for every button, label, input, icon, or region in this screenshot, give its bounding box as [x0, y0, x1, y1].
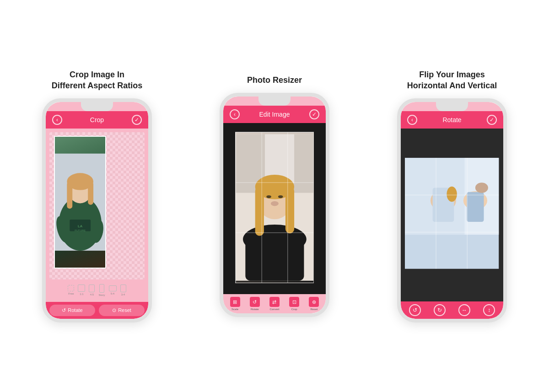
phone-header-resize: ‹ Edit Image ✓ — [223, 106, 326, 123]
phone-frame-crop: ‹ Crop ✓ — [42, 98, 152, 322]
aspect-5-4-label: 5:4 — [111, 292, 114, 295]
svg-text:LA: LA — [78, 224, 83, 228]
crop-section-title: Crop Image InDifferent Aspect Ratios — [52, 70, 142, 91]
reset-icon: ⊙ — [112, 307, 116, 313]
aspect-3-4-box — [120, 285, 126, 292]
aspect-free[interactable]: Free — [68, 285, 74, 295]
reset-label: Reset — [118, 307, 131, 313]
rotate-icon: ↺ — [62, 307, 66, 313]
phone-inner-flip: ‹ Rotate ✓ — [401, 102, 503, 319]
grid-overlay-resize — [236, 132, 314, 283]
aspect-free-box — [68, 285, 74, 291]
phone-screen-resize — [223, 123, 326, 294]
check-icon-crop: ✓ — [135, 117, 139, 123]
edit-canvas — [225, 125, 324, 290]
rotate-right-icon[interactable]: ↻ — [434, 304, 446, 316]
aspect-5-4-box — [109, 285, 117, 291]
svg-rect-4 — [67, 182, 72, 209]
check-button-crop[interactable]: ✓ — [132, 115, 142, 125]
aspect-1-1-label: 1:1 — [80, 293, 83, 295]
rotate-canvas — [403, 130, 501, 297]
header-title-resize: Edit Image — [259, 111, 290, 118]
check-button-flip[interactable]: ✓ — [487, 115, 497, 125]
crop-person-svg: LA FUTURE — [55, 137, 105, 268]
svg-point-28 — [447, 187, 457, 202]
svg-text:FUTURE: FUTURE — [75, 229, 86, 231]
phone-frame-flip: ‹ Rotate ✓ — [397, 98, 507, 322]
header-title-flip: Rotate — [442, 116, 461, 124]
reset-icon-edit: ⊛ — [309, 297, 319, 307]
flip-section-title: Flip Your ImagesHorizontal And Vertical — [407, 70, 497, 91]
crop-image: LA FUTURE — [54, 136, 106, 268]
aspect-4-5-label: 4:5 — [90, 293, 94, 296]
aspect-1-1-box — [78, 285, 85, 292]
scale-icon: ⊞ — [230, 297, 240, 307]
rotate-tool-bar: ↺ ↻ ↔ ↕ — [401, 301, 503, 319]
crop-canvas: LA FUTURE — [49, 132, 145, 279]
back-button-crop[interactable]: ‹ — [52, 115, 62, 125]
tool-convert[interactable]: ⇄ Convert — [269, 297, 280, 311]
svg-rect-5 — [88, 182, 93, 205]
reset-label-edit: Reset — [311, 308, 318, 311]
edit-photo-inner — [235, 132, 314, 283]
rotate-icon-edit: ↺ — [250, 297, 260, 307]
crop-section: Crop Image InDifferent Aspect Ratios ‹ C… — [14, 14, 180, 378]
aspect-4-5[interactable]: 4:5 — [89, 285, 95, 296]
resize-section-title: Photo Resizer — [247, 75, 302, 86]
phone-inner-crop: ‹ Crop ✓ — [46, 102, 148, 319]
resize-section: Photo Resizer ‹ Edit Image ✓ — [191, 14, 358, 378]
phone-screen-flip — [401, 129, 503, 301]
rotate-photo-inner — [405, 137, 499, 290]
reset-button[interactable]: ⊙ Reset — [99, 305, 145, 316]
check-icon-resize: ✓ — [312, 111, 317, 118]
aspect-free-label: Free — [68, 292, 74, 295]
phone-header-flip: ‹ Rotate ✓ — [401, 111, 503, 129]
app-container: Crop Image InDifferent Aspect Ratios ‹ C… — [0, 0, 549, 392]
back-icon-flip: ‹ — [411, 117, 413, 123]
phone-inner-resize: ‹ Edit Image ✓ — [223, 97, 326, 313]
phone-frame-resize: ‹ Edit Image ✓ — [220, 93, 329, 317]
aspect-3-4[interactable]: 3:4 — [120, 285, 126, 296]
crop-button-bar: ↺ Rotate ⊙ Reset — [46, 302, 148, 319]
aspect-ratio-bar: Free 1:1 4:5 Story — [67, 282, 127, 298]
tool-crop[interactable]: ⊡ Crop — [289, 297, 299, 311]
aspect-story[interactable]: Story — [98, 284, 105, 296]
svg-point-31 — [475, 183, 488, 193]
rotate-left-icon[interactable]: ↺ — [409, 304, 421, 316]
edit-tool-bar: ⊞ Scale ↺ Rotate ⇄ Convert ⊡ Crop — [223, 294, 326, 313]
tool-reset[interactable]: ⊛ Reset — [309, 297, 319, 311]
back-button-resize[interactable]: ‹ — [230, 109, 240, 119]
scale-label: Scale — [231, 308, 238, 311]
back-icon-crop: ‹ — [56, 117, 58, 123]
aspect-3-4-label: 3:4 — [121, 293, 125, 296]
back-icon-resize: ‹ — [234, 111, 236, 118]
aspect-4-5-box — [89, 285, 95, 292]
aspect-story-box — [99, 284, 104, 293]
check-button-resize[interactable]: ✓ — [309, 109, 319, 119]
tool-scale[interactable]: ⊞ Scale — [230, 297, 240, 311]
phone-screen-crop: LA FUTURE Free — [46, 129, 148, 302]
back-button-flip[interactable]: ‹ — [407, 115, 417, 125]
check-icon-flip: ✓ — [490, 117, 494, 123]
header-title-crop: Crop — [90, 116, 104, 124]
aspect-1-1[interactable]: 1:1 — [78, 285, 85, 295]
svg-rect-30 — [467, 192, 484, 222]
tool-rotate[interactable]: ↺ Rotate — [250, 297, 260, 311]
rotate-label-edit: Rotate — [251, 308, 259, 311]
rotate-button[interactable]: ↺ Rotate — [49, 305, 95, 316]
convert-label: Convert — [269, 308, 279, 311]
crop-icon-edit: ⊡ — [289, 297, 299, 307]
flip-horizontal-icon[interactable]: ↔ — [458, 304, 470, 316]
flip-section: Flip Your ImagesHorizontal And Vertical … — [369, 14, 535, 378]
convert-icon: ⇄ — [269, 297, 280, 307]
flip-photo-svg — [405, 137, 499, 290]
flip-vertical-icon[interactable]: ↕ — [483, 304, 495, 316]
aspect-story-label: Story — [98, 294, 105, 296]
rotate-label: Rotate — [68, 307, 82, 313]
phone-header-crop: ‹ Crop ✓ — [46, 111, 148, 129]
aspect-5-4[interactable]: 5:4 — [109, 285, 117, 295]
crop-label-edit: Crop — [291, 308, 297, 311]
